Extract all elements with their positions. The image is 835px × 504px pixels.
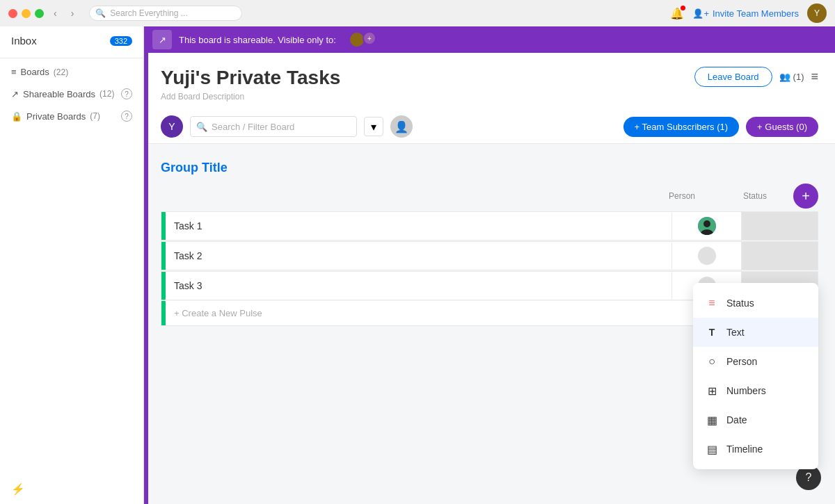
- guests-button[interactable]: + Guests (0): [746, 117, 818, 137]
- column-headers: Person Status +: [161, 181, 818, 211]
- share-icon: ↗: [11, 89, 19, 99]
- board-table: Group Title Person Status + Task 1: [144, 144, 835, 504]
- minimize-traffic-light[interactable]: [22, 9, 31, 18]
- maximize-traffic-light[interactable]: [35, 9, 44, 18]
- text-label: Text: [726, 327, 745, 338]
- main-content: ↗ This board is shareable. Visible only …: [144, 26, 835, 504]
- invite-label: Invite Team Members: [713, 8, 799, 19]
- members-button[interactable]: 👥 (1): [779, 72, 804, 82]
- sidebar-divider-1: [0, 58, 143, 58]
- close-traffic-light[interactable]: [8, 9, 17, 18]
- person-avatar-empty-2: [698, 247, 716, 265]
- team-avatar: Y: [161, 115, 183, 138]
- leave-board-button[interactable]: Leave Board: [694, 67, 772, 87]
- add-column-header: +: [793, 184, 818, 209]
- boards-count: (22): [54, 67, 68, 77]
- dropdown-timeline-item[interactable]: ▤ Timeline: [693, 434, 818, 464]
- person-avatar-svg: [698, 217, 716, 235]
- invite-team-button[interactable]: 👤+ Invite Team Members: [692, 8, 799, 19]
- board-title: Yuji's Private Tasks: [161, 67, 340, 89]
- share-icon: ↗: [159, 35, 166, 45]
- boards-label: Boards: [21, 67, 49, 77]
- text-icon: T: [704, 325, 719, 340]
- shareable-count: (12): [100, 89, 114, 99]
- private-label: Private Boards: [26, 111, 86, 122]
- create-pulse-button[interactable]: + Create a New Pulse: [166, 301, 271, 325]
- timeline-label: Timeline: [726, 444, 763, 455]
- table-row: Task 2: [161, 241, 818, 270]
- date-icon: ▦: [704, 412, 719, 428]
- chevron-down-icon: ▾: [371, 120, 376, 133]
- main-layout: Inbox 332 ≡ Boards (22) ↗ Shareable Boar…: [0, 26, 835, 504]
- search-icon: 🔍: [95, 8, 106, 18]
- date-label: Date: [726, 414, 747, 425]
- members-count: (1): [793, 72, 804, 82]
- dropdown-numbers-item[interactable]: ⊞ Numbers: [693, 376, 818, 405]
- search-icon: 🔍: [196, 122, 207, 132]
- task-person-1[interactable]: [671, 213, 741, 239]
- task-name-3[interactable]: Task 3: [166, 273, 671, 298]
- group-header: Group Title: [161, 155, 818, 181]
- share-bar: ↗ This board is shareable. Visible only …: [144, 26, 835, 53]
- person-filter-button[interactable]: 👤: [390, 115, 413, 138]
- sidebar-item-private-boards[interactable]: 🔒 Private Boards (7) ?: [0, 105, 143, 127]
- search-placeholder-text: Search Everything ...: [110, 8, 187, 18]
- timeline-icon: ▤: [704, 441, 719, 457]
- shareable-label: Shareable Boards: [23, 89, 95, 99]
- board-search-filter[interactable]: 🔍 Search / Filter Board: [190, 116, 357, 137]
- numbers-icon: ⊞: [704, 383, 719, 398]
- task-status-1[interactable]: [741, 212, 818, 240]
- board-search-placeholder: Search / Filter Board: [212, 122, 294, 132]
- board-header-actions: Leave Board 👥 (1) ≡: [694, 67, 818, 87]
- board-header: Yuji's Private Tasks Add Board Descripti…: [144, 53, 835, 110]
- dropdown-text-item[interactable]: T Text: [693, 318, 818, 347]
- add-person-icon: 👤+: [692, 8, 709, 19]
- forward-button[interactable]: ›: [67, 6, 79, 20]
- members-icon: 👥: [779, 72, 790, 82]
- board-title-area: Yuji's Private Tasks Add Board Descripti…: [161, 67, 340, 101]
- back-button[interactable]: ‹: [49, 6, 61, 20]
- task-name-2[interactable]: Task 2: [166, 243, 671, 268]
- status-icon: ≡: [704, 295, 719, 311]
- board-description[interactable]: Add Board Description: [161, 92, 340, 101]
- notification-button[interactable]: 🔔: [670, 7, 684, 20]
- filter-dropdown-button[interactable]: ▾: [364, 117, 383, 136]
- private-count: (7): [90, 111, 100, 121]
- private-help-button[interactable]: ?: [121, 111, 132, 122]
- dropdown-date-item[interactable]: ▦ Date: [693, 405, 818, 434]
- person-filter-icon: 👤: [395, 120, 408, 133]
- titlebar-right: 🔔 👤+ Invite Team Members Y: [670, 3, 827, 23]
- team-subscribers-button[interactable]: + Team Subscribers (1): [623, 117, 740, 137]
- numbers-label: Numbers: [726, 385, 766, 396]
- user-avatar[interactable]: Y: [807, 3, 827, 23]
- add-column-button[interactable]: +: [793, 184, 818, 209]
- task-name-1[interactable]: Task 1: [166, 213, 671, 238]
- bolt-icon: ⚡: [11, 483, 25, 495]
- inbox-badge: 332: [110, 36, 132, 46]
- task-person-2[interactable]: [671, 243, 741, 269]
- sidebar-item-boards[interactable]: ≡ Boards (22): [0, 61, 143, 83]
- sidebar-item-shareable-boards[interactable]: ↗ Shareable Boards (12) ?: [0, 83, 143, 105]
- share-avatar-plus[interactable]: +: [363, 31, 376, 45]
- group-title: Group Title: [161, 155, 228, 181]
- board-toolbar: Y 🔍 Search / Filter Board ▾ 👤 + Team Sub…: [144, 110, 835, 144]
- status-column-header: Status: [717, 191, 793, 201]
- sidebar-footer: ⚡: [0, 474, 143, 504]
- person-avatar-1: [698, 217, 716, 235]
- global-search-bar[interactable]: 🔍 Search Everything ...: [89, 6, 242, 21]
- table-row: Task 1: [161, 211, 818, 241]
- person-label: Person: [726, 356, 757, 367]
- status-label: Status: [726, 298, 754, 309]
- board-menu-button[interactable]: ≡: [811, 70, 818, 84]
- shareable-help-button[interactable]: ?: [121, 88, 132, 99]
- person-icon: ○: [704, 354, 719, 369]
- traffic-lights: [8, 9, 44, 18]
- dropdown-person-item[interactable]: ○ Person: [693, 347, 818, 376]
- sidebar-inbox[interactable]: Inbox 332: [0, 26, 143, 55]
- share-icon-button[interactable]: ↗: [152, 30, 172, 49]
- inbox-label: Inbox: [11, 35, 37, 47]
- column-type-dropdown: ≡ Status T Text ○ Person ⊞ Numbers ▦ D: [693, 283, 818, 469]
- task-status-2[interactable]: [741, 242, 818, 270]
- dropdown-status-item[interactable]: ≡ Status: [693, 288, 818, 318]
- person-column-header: Person: [647, 191, 717, 201]
